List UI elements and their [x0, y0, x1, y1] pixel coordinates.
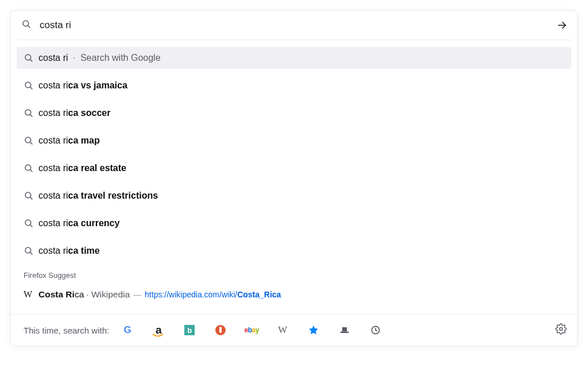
suggestion-prefix: costa ri — [38, 80, 68, 90]
suggestion-completion: ca map — [68, 135, 100, 145]
suggestion-prefix: costa ri — [38, 218, 68, 228]
suggestion-prefix: costa ri — [38, 163, 68, 173]
engine-google[interactable]: G — [122, 324, 133, 336]
svg-line-16 — [30, 224, 32, 227]
svg-line-8 — [30, 114, 32, 117]
search-settings-button[interactable] — [555, 323, 567, 337]
result-url-match: Costa_Rica — [237, 290, 281, 299]
result-title-rest: ca — [75, 289, 84, 299]
svg-point-22 — [560, 328, 563, 331]
suggestion-row[interactable]: costa rica soccer — [17, 102, 571, 124]
suggestion-list: costa ri · Search with Google costa rica… — [11, 47, 577, 262]
suggestion-prefix: costa ri — [38, 108, 68, 118]
svg-line-4 — [30, 59, 32, 61]
svg-line-14 — [30, 197, 32, 199]
search-engine-hint: Search with Google — [80, 53, 161, 63]
suggestion-row[interactable]: costa rica travel restrictions — [17, 185, 571, 207]
urlbar-results-panel: costa ri · Search with Google costa rica… — [10, 10, 578, 346]
result-source: Wikipedia — [91, 289, 130, 299]
oneoff-engine-list: G a b ebay W — [122, 324, 381, 336]
svg-rect-20 — [341, 332, 349, 334]
search-icon — [24, 80, 38, 91]
engine-duckduckgo[interactable] — [215, 324, 226, 336]
wikipedia-icon: W — [24, 289, 38, 300]
svg-line-18 — [30, 252, 32, 254]
suggestion-prefix: costa ri — [38, 191, 68, 200]
search-icon — [24, 108, 38, 118]
suggestion-completion: ca soccer — [68, 108, 111, 118]
search-icon — [24, 53, 38, 63]
engine-wikipedia[interactable]: W — [277, 324, 288, 336]
hint-separator: · — [71, 53, 78, 63]
suggestion-top-search[interactable]: costa ri · Search with Google — [17, 47, 571, 69]
searchbar — [11, 11, 577, 40]
svg-line-1 — [28, 25, 30, 28]
separator — [17, 40, 571, 40]
suggestion-row[interactable]: costa rica currency — [17, 212, 571, 234]
suggestion-completion: ca vs jamaica — [68, 80, 127, 90]
search-input[interactable] — [38, 19, 554, 32]
engine-history[interactable] — [370, 324, 381, 336]
suggestion-row[interactable]: costa rica map — [17, 130, 571, 152]
search-icon — [24, 135, 38, 146]
search-icon — [21, 19, 32, 32]
oneoff-label: This time, search with: — [24, 326, 109, 335]
oneoff-search-footer: This time, search with: G a b ebay W — [11, 315, 577, 346]
url-dash: — — [133, 290, 141, 299]
result-title-match: Costa Ri — [38, 289, 75, 299]
suggestion-row[interactable]: costa rica time — [17, 240, 571, 262]
svg-line-6 — [30, 87, 32, 89]
search-icon — [24, 191, 38, 201]
svg-rect-19 — [342, 327, 347, 332]
svg-line-12 — [30, 169, 32, 172]
suggestion-prefix: costa ri — [38, 135, 68, 145]
suggestion-text: costa ri — [38, 53, 68, 63]
suggestion-completion: ca real estate — [68, 163, 126, 173]
search-icon — [24, 246, 38, 256]
engine-bing[interactable]: b — [184, 324, 195, 336]
go-arrow-button[interactable] — [554, 17, 570, 33]
suggestion-row[interactable]: costa rica vs jamaica — [17, 75, 571, 96]
engine-ebay[interactable]: ebay — [246, 324, 257, 336]
suggestion-completion: ca time — [68, 246, 100, 255]
source-separator: · — [86, 289, 91, 299]
engine-amazon[interactable]: a — [153, 324, 164, 336]
suggestion-row[interactable]: costa rica real estate — [17, 157, 571, 179]
suggestion-completion: ca travel restrictions — [68, 191, 158, 200]
svg-line-10 — [30, 142, 32, 144]
suggestion-prefix: costa ri — [38, 246, 68, 255]
engine-tabs[interactable] — [339, 324, 350, 336]
search-icon — [24, 218, 38, 228]
result-url-prefix: https://wikipedia.com/wiki/ — [145, 290, 237, 299]
search-icon — [24, 163, 38, 173]
engine-bookmarks[interactable] — [308, 324, 319, 336]
suggestion-completion: ca currency — [68, 218, 120, 228]
firefox-suggest-label: Firefox Suggest — [11, 268, 577, 285]
firefox-suggest-result[interactable]: W Costa Rica · Wikipedia — https://wikip… — [11, 285, 577, 304]
